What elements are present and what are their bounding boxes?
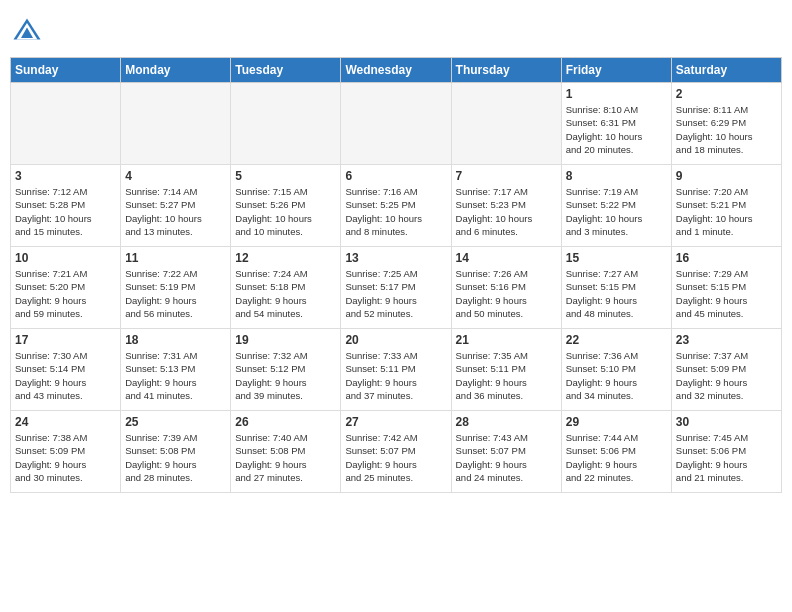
day-number: 9 (676, 169, 777, 183)
calendar-cell: 30Sunrise: 7:45 AM Sunset: 5:06 PM Dayli… (671, 411, 781, 493)
day-number: 5 (235, 169, 336, 183)
day-number: 21 (456, 333, 557, 347)
calendar-cell: 11Sunrise: 7:22 AM Sunset: 5:19 PM Dayli… (121, 247, 231, 329)
day-info: Sunrise: 7:16 AM Sunset: 5:25 PM Dayligh… (345, 185, 446, 238)
logo-icon (12, 15, 42, 45)
calendar-cell: 2Sunrise: 8:11 AM Sunset: 6:29 PM Daylig… (671, 83, 781, 165)
day-number: 2 (676, 87, 777, 101)
day-number: 11 (125, 251, 226, 265)
page-header (10, 10, 782, 49)
col-header-tuesday: Tuesday (231, 58, 341, 83)
day-info: Sunrise: 8:11 AM Sunset: 6:29 PM Dayligh… (676, 103, 777, 156)
calendar-cell: 8Sunrise: 7:19 AM Sunset: 5:22 PM Daylig… (561, 165, 671, 247)
day-info: Sunrise: 7:12 AM Sunset: 5:28 PM Dayligh… (15, 185, 116, 238)
calendar-cell: 29Sunrise: 7:44 AM Sunset: 5:06 PM Dayli… (561, 411, 671, 493)
day-number: 19 (235, 333, 336, 347)
day-number: 30 (676, 415, 777, 429)
calendar-cell: 22Sunrise: 7:36 AM Sunset: 5:10 PM Dayli… (561, 329, 671, 411)
day-number: 23 (676, 333, 777, 347)
day-info: Sunrise: 7:25 AM Sunset: 5:17 PM Dayligh… (345, 267, 446, 320)
day-info: Sunrise: 7:39 AM Sunset: 5:08 PM Dayligh… (125, 431, 226, 484)
day-number: 15 (566, 251, 667, 265)
day-info: Sunrise: 7:35 AM Sunset: 5:11 PM Dayligh… (456, 349, 557, 402)
day-info: Sunrise: 7:29 AM Sunset: 5:15 PM Dayligh… (676, 267, 777, 320)
day-info: Sunrise: 7:32 AM Sunset: 5:12 PM Dayligh… (235, 349, 336, 402)
calendar-cell: 23Sunrise: 7:37 AM Sunset: 5:09 PM Dayli… (671, 329, 781, 411)
day-number: 8 (566, 169, 667, 183)
calendar-cell (121, 83, 231, 165)
day-info: Sunrise: 7:45 AM Sunset: 5:06 PM Dayligh… (676, 431, 777, 484)
day-info: Sunrise: 7:37 AM Sunset: 5:09 PM Dayligh… (676, 349, 777, 402)
calendar-cell: 4Sunrise: 7:14 AM Sunset: 5:27 PM Daylig… (121, 165, 231, 247)
calendar-cell: 21Sunrise: 7:35 AM Sunset: 5:11 PM Dayli… (451, 329, 561, 411)
day-number: 13 (345, 251, 446, 265)
calendar-cell (231, 83, 341, 165)
calendar-cell: 18Sunrise: 7:31 AM Sunset: 5:13 PM Dayli… (121, 329, 231, 411)
day-number: 7 (456, 169, 557, 183)
calendar-cell: 24Sunrise: 7:38 AM Sunset: 5:09 PM Dayli… (11, 411, 121, 493)
day-number: 6 (345, 169, 446, 183)
day-info: Sunrise: 7:30 AM Sunset: 5:14 PM Dayligh… (15, 349, 116, 402)
calendar-cell: 3Sunrise: 7:12 AM Sunset: 5:28 PM Daylig… (11, 165, 121, 247)
day-number: 18 (125, 333, 226, 347)
day-info: Sunrise: 7:33 AM Sunset: 5:11 PM Dayligh… (345, 349, 446, 402)
day-info: Sunrise: 7:42 AM Sunset: 5:07 PM Dayligh… (345, 431, 446, 484)
col-header-wednesday: Wednesday (341, 58, 451, 83)
day-info: Sunrise: 8:10 AM Sunset: 6:31 PM Dayligh… (566, 103, 667, 156)
day-info: Sunrise: 7:27 AM Sunset: 5:15 PM Dayligh… (566, 267, 667, 320)
calendar-week-row: 3Sunrise: 7:12 AM Sunset: 5:28 PM Daylig… (11, 165, 782, 247)
calendar-cell: 19Sunrise: 7:32 AM Sunset: 5:12 PM Dayli… (231, 329, 341, 411)
day-number: 3 (15, 169, 116, 183)
day-number: 26 (235, 415, 336, 429)
day-number: 29 (566, 415, 667, 429)
day-number: 17 (15, 333, 116, 347)
calendar-cell: 5Sunrise: 7:15 AM Sunset: 5:26 PM Daylig… (231, 165, 341, 247)
calendar-week-row: 24Sunrise: 7:38 AM Sunset: 5:09 PM Dayli… (11, 411, 782, 493)
day-number: 14 (456, 251, 557, 265)
day-info: Sunrise: 7:20 AM Sunset: 5:21 PM Dayligh… (676, 185, 777, 238)
col-header-monday: Monday (121, 58, 231, 83)
day-number: 16 (676, 251, 777, 265)
day-info: Sunrise: 7:24 AM Sunset: 5:18 PM Dayligh… (235, 267, 336, 320)
calendar-cell: 9Sunrise: 7:20 AM Sunset: 5:21 PM Daylig… (671, 165, 781, 247)
calendar-cell: 14Sunrise: 7:26 AM Sunset: 5:16 PM Dayli… (451, 247, 561, 329)
calendar-cell: 12Sunrise: 7:24 AM Sunset: 5:18 PM Dayli… (231, 247, 341, 329)
day-number: 20 (345, 333, 446, 347)
calendar-cell: 25Sunrise: 7:39 AM Sunset: 5:08 PM Dayli… (121, 411, 231, 493)
day-info: Sunrise: 7:22 AM Sunset: 5:19 PM Dayligh… (125, 267, 226, 320)
col-header-thursday: Thursday (451, 58, 561, 83)
day-info: Sunrise: 7:17 AM Sunset: 5:23 PM Dayligh… (456, 185, 557, 238)
day-info: Sunrise: 7:36 AM Sunset: 5:10 PM Dayligh… (566, 349, 667, 402)
day-info: Sunrise: 7:26 AM Sunset: 5:16 PM Dayligh… (456, 267, 557, 320)
day-info: Sunrise: 7:14 AM Sunset: 5:27 PM Dayligh… (125, 185, 226, 238)
calendar-cell: 17Sunrise: 7:30 AM Sunset: 5:14 PM Dayli… (11, 329, 121, 411)
day-number: 24 (15, 415, 116, 429)
day-info: Sunrise: 7:40 AM Sunset: 5:08 PM Dayligh… (235, 431, 336, 484)
calendar-cell: 26Sunrise: 7:40 AM Sunset: 5:08 PM Dayli… (231, 411, 341, 493)
calendar-cell: 27Sunrise: 7:42 AM Sunset: 5:07 PM Dayli… (341, 411, 451, 493)
calendar-cell: 16Sunrise: 7:29 AM Sunset: 5:15 PM Dayli… (671, 247, 781, 329)
calendar-cell: 28Sunrise: 7:43 AM Sunset: 5:07 PM Dayli… (451, 411, 561, 493)
day-number: 4 (125, 169, 226, 183)
day-number: 1 (566, 87, 667, 101)
day-info: Sunrise: 7:44 AM Sunset: 5:06 PM Dayligh… (566, 431, 667, 484)
calendar-week-row: 1Sunrise: 8:10 AM Sunset: 6:31 PM Daylig… (11, 83, 782, 165)
day-info: Sunrise: 7:19 AM Sunset: 5:22 PM Dayligh… (566, 185, 667, 238)
calendar-week-row: 10Sunrise: 7:21 AM Sunset: 5:20 PM Dayli… (11, 247, 782, 329)
col-header-friday: Friday (561, 58, 671, 83)
logo (10, 15, 42, 49)
col-header-sunday: Sunday (11, 58, 121, 83)
calendar-cell: 1Sunrise: 8:10 AM Sunset: 6:31 PM Daylig… (561, 83, 671, 165)
calendar-cell (341, 83, 451, 165)
day-number: 27 (345, 415, 446, 429)
calendar-cell: 15Sunrise: 7:27 AM Sunset: 5:15 PM Dayli… (561, 247, 671, 329)
day-number: 25 (125, 415, 226, 429)
day-info: Sunrise: 7:38 AM Sunset: 5:09 PM Dayligh… (15, 431, 116, 484)
day-number: 28 (456, 415, 557, 429)
calendar-cell: 10Sunrise: 7:21 AM Sunset: 5:20 PM Dayli… (11, 247, 121, 329)
calendar-week-row: 17Sunrise: 7:30 AM Sunset: 5:14 PM Dayli… (11, 329, 782, 411)
calendar-cell: 20Sunrise: 7:33 AM Sunset: 5:11 PM Dayli… (341, 329, 451, 411)
calendar-cell (451, 83, 561, 165)
calendar-header-row: SundayMondayTuesdayWednesdayThursdayFrid… (11, 58, 782, 83)
day-number: 12 (235, 251, 336, 265)
